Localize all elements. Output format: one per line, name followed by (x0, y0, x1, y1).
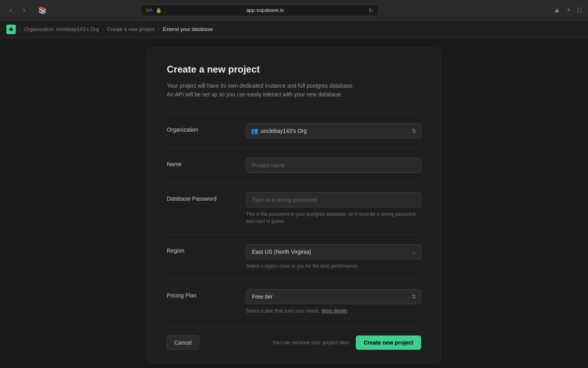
breadcrumb-create[interactable]: Create a new project (107, 26, 155, 32)
form-description: Your project will have its own dedicated… (167, 81, 421, 99)
form-title: Create a new project (167, 64, 421, 75)
lock-icon: 🔒 (156, 8, 162, 13)
back-button[interactable]: ‹ (6, 4, 15, 16)
org-label: Organization (167, 123, 230, 133)
form-card: Create a new project Your project will h… (147, 48, 441, 363)
share-button[interactable]: ▲ (554, 6, 561, 14)
breadcrumb-sep-2: › (102, 26, 104, 33)
region-label: Region (167, 244, 230, 254)
region-hint: Select a region close to you for the bes… (246, 263, 421, 270)
breadcrumb-extend: Extend your database (163, 26, 213, 32)
password-hint: This is the password to your postgres da… (246, 211, 421, 225)
pricing-select-wrapper: Free tier ⇅ (246, 289, 421, 304)
browser-chrome: ‹ › 📚 AA 🔒 app.supabase.io ↻ ▲ + □ (0, 0, 588, 21)
text-size-label: AA (146, 7, 153, 13)
org-select[interactable]: unclebay143's Org (246, 123, 421, 138)
create-project-button[interactable]: Create new project (356, 335, 421, 350)
address-bar[interactable]: AA 🔒 app.supabase.io ↻ (141, 4, 378, 16)
pricing-row: Pricing Plan Free tier ⇅ Select a plan t… (167, 279, 421, 324)
name-row: Name (167, 148, 421, 182)
breadcrumb-sep-3: › (158, 26, 160, 33)
breadcrumb-bar: › Organization: unclebay143's Org › Crea… (0, 21, 588, 38)
breadcrumb-sep-1: › (19, 26, 21, 33)
description-line1: Your project will have its own dedicated… (167, 81, 421, 90)
pricing-hint: Select a plan that suits your needs. Mor… (246, 307, 421, 314)
password-row: Database Password This is the password t… (167, 182, 421, 234)
breadcrumb-org[interactable]: Organization: unclebay143's Org (24, 26, 99, 32)
region-field-group: East US (North Virginia) ⌄ Select a regi… (246, 244, 421, 270)
org-field-group: 👥 unclebay143's Org ⇅ (246, 123, 421, 138)
region-select-wrapper: East US (North Virginia) ⌄ (246, 244, 421, 259)
region-select[interactable]: East US (North Virginia) (246, 244, 421, 259)
organization-row: Organization 👥 unclebay143's Org ⇅ (167, 113, 421, 148)
tabs-overview-button[interactable]: □ (577, 6, 582, 14)
more-details-link[interactable]: More details (321, 308, 347, 314)
pricing-hint-text: Select a plan that suits your needs. (246, 308, 320, 314)
name-field-group (246, 158, 421, 173)
refresh-button[interactable]: ↻ (368, 7, 373, 13)
browser-actions: ▲ + □ (554, 6, 582, 14)
pricing-select[interactable]: Free tier (246, 289, 421, 304)
cancel-button[interactable]: Cancel (167, 335, 199, 350)
form-footer: Cancel You can rename your project later… (167, 327, 421, 350)
project-name-input[interactable] (246, 158, 421, 173)
main-content: Create a new project Your project will h… (0, 38, 588, 368)
pricing-label: Pricing Plan (167, 289, 230, 299)
new-tab-button[interactable]: + (567, 6, 571, 14)
pricing-field-group: Free tier ⇅ Select a plan that suits you… (246, 289, 421, 314)
forward-button[interactable]: › (20, 4, 29, 16)
rename-hint-text: You can rename your project later (272, 339, 349, 345)
password-label: Database Password (167, 192, 230, 202)
supabase-logo[interactable] (6, 25, 16, 34)
org-select-wrapper: 👥 unclebay143's Org ⇅ (246, 123, 421, 138)
name-label: Name (167, 158, 230, 167)
description-line2: An API will be set up so you can easily … (167, 90, 421, 99)
footer-right: You can rename your project later Create… (272, 335, 421, 350)
browser-nav: ‹ › (6, 4, 29, 16)
bookmarks-icon[interactable]: 📚 (35, 4, 50, 16)
password-input[interactable] (246, 192, 421, 207)
region-row: Region East US (North Virginia) ⌄ Select… (167, 234, 421, 279)
url-display: app.supabase.io (165, 7, 365, 13)
password-field-group: This is the password to your postgres da… (246, 192, 421, 225)
